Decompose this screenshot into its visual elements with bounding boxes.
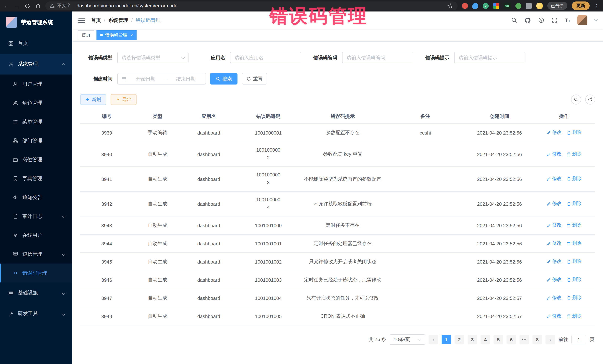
error-code-input[interactable] — [342, 52, 413, 63]
edit-link[interactable]: 修改 — [547, 130, 561, 136]
error-type-select-input[interactable] — [117, 52, 188, 63]
tab-close-icon[interactable]: × — [130, 33, 133, 37]
sidebar-item-users[interactable]: 用户管理 — [0, 75, 72, 93]
extension-grid-icon[interactable] — [493, 3, 499, 9]
sidebar-item-dicts[interactable]: 字典管理 — [0, 169, 72, 188]
hamburger-icon[interactable] — [78, 18, 85, 23]
edit-link[interactable]: 修改 — [547, 176, 561, 182]
tab-home[interactable]: 首页 — [78, 30, 94, 40]
error-msg-input[interactable] — [454, 52, 525, 63]
refresh-table-button[interactable] — [585, 95, 595, 105]
next-page-button[interactable]: › — [545, 335, 555, 344]
extension-on-badge-icon[interactable]: on — [503, 3, 511, 9]
breadcrumb-system[interactable]: 系统管理 — [108, 17, 128, 23]
edit-link[interactable]: 修改 — [547, 222, 561, 229]
edit-link[interactable]: 修改 — [547, 201, 561, 207]
sidebar: 芋道管理系统 首页 系统管理 用户管理 角色管理 — [0, 11, 72, 364]
error-type-select[interactable] — [117, 52, 188, 63]
breadcrumb-current: 错误码管理 — [136, 17, 161, 23]
sidebar-item-menus[interactable]: 菜单管理 — [0, 112, 72, 131]
delete-link[interactable]: 删除 — [567, 259, 581, 265]
page-button-5[interactable]: 5 — [494, 335, 503, 344]
edit-link[interactable]: 修改 — [547, 277, 561, 283]
page-button-3[interactable]: 3 — [468, 335, 477, 344]
breadcrumb-home[interactable]: 首页 — [91, 17, 101, 23]
sidebar-item-home[interactable]: 首页 — [0, 33, 72, 54]
delete-link[interactable]: 删除 — [567, 151, 581, 157]
show-search-button[interactable] — [571, 95, 581, 105]
page-size-select[interactable]: 10条/页 — [390, 334, 425, 345]
avatar-caret-icon[interactable] — [594, 18, 598, 21]
user-avatar[interactable] — [577, 15, 587, 25]
trash-icon — [567, 259, 571, 264]
reset-button[interactable]: 重置 — [242, 73, 267, 85]
sidebar-item-roles[interactable]: 角色管理 — [0, 93, 72, 112]
edit-link[interactable]: 修改 — [547, 313, 561, 319]
browser-menu-icon[interactable]: ⋮ — [594, 3, 599, 9]
sidebar-item-sms[interactable]: 短信管理 — [0, 245, 72, 264]
paused-badge[interactable]: 已暂停 — [547, 2, 567, 10]
delete-link[interactable]: 删除 — [567, 130, 581, 136]
vue-devtools-icon[interactable] — [483, 3, 488, 9]
reload-icon[interactable] — [24, 3, 30, 9]
extension-drop-icon[interactable] — [472, 3, 478, 9]
page-button-1[interactable]: 1 — [441, 335, 451, 344]
goto-page-input[interactable] — [571, 335, 586, 344]
back-icon[interactable]: ← — [4, 3, 10, 9]
delete-link[interactable]: 删除 — [567, 313, 581, 319]
prev-page-button[interactable]: ‹ — [429, 335, 438, 344]
help-icon[interactable] — [538, 17, 544, 23]
sidebar-item-departments[interactable]: 部门管理 — [0, 131, 72, 150]
sidebar-item-infrastructure[interactable]: 基础设施 — [0, 282, 72, 303]
add-button[interactable]: 新增 — [80, 94, 106, 105]
app-name-input[interactable] — [230, 52, 301, 63]
browser-update-button[interactable]: 更新 — [572, 1, 590, 10]
more-pages-button[interactable]: ··· — [520, 335, 529, 344]
delete-link[interactable]: 删除 — [567, 201, 581, 207]
export-button[interactable]: 导出 — [111, 94, 137, 105]
delete-link[interactable]: 删除 — [567, 240, 581, 247]
profile-avatar-icon[interactable] — [536, 2, 543, 9]
page-button-4[interactable]: 4 — [481, 335, 490, 344]
delete-link[interactable]: 删除 — [567, 277, 581, 283]
system-submenu: 用户管理 角色管理 菜单管理 部门管理 岗位管理 — [0, 75, 72, 282]
github-icon[interactable] — [524, 17, 531, 23]
page-button-8[interactable]: 8 — [533, 335, 542, 344]
sidebar-item-error-codes[interactable]: 错误码管理 — [0, 264, 72, 282]
page-button-2[interactable]: 2 — [454, 335, 464, 344]
table-row: 3944 自动生成 dashboard 1001001001 定时任务的处理器已… — [80, 235, 595, 253]
sidebar-item-online-users[interactable]: 在线用户 — [0, 226, 72, 245]
sidebar-item-system[interactable]: 系统管理 — [0, 54, 72, 75]
forward-icon[interactable]: → — [14, 3, 20, 9]
font-size-icon[interactable]: TT — [565, 17, 570, 23]
extensions-puzzle-icon[interactable] — [526, 3, 532, 9]
search-icon[interactable] — [511, 17, 517, 23]
edit-link[interactable]: 修改 — [547, 295, 561, 301]
total-count: 共 76 条 — [369, 336, 386, 343]
delete-link[interactable]: 删除 — [567, 222, 581, 229]
home-icon[interactable] — [35, 3, 41, 9]
chevron-down-icon — [62, 214, 66, 218]
sidebar-item-dev-tools[interactable]: 研发工具 — [0, 303, 72, 324]
delete-link[interactable]: 删除 — [567, 176, 581, 182]
edit-link[interactable]: 修改 — [547, 240, 561, 247]
delete-link[interactable]: 删除 — [567, 295, 581, 301]
tab-error-codes[interactable]: 错误码管理 × — [96, 30, 137, 40]
sidebar-item-audit-logs[interactable]: 审计日志 — [0, 207, 72, 226]
edit-link[interactable]: 修改 — [547, 151, 561, 157]
edit-link[interactable]: 修改 — [547, 259, 561, 265]
refresh-icon — [246, 76, 251, 81]
extension-leaf-icon[interactable] — [515, 3, 521, 9]
date-range-picker[interactable]: 开始日期 - 结束日期 — [117, 73, 206, 85]
fullscreen-icon[interactable] — [551, 17, 557, 23]
address-bar[interactable]: 不安全 dashboard.yudao.iocoder.cn/system/er… — [45, 1, 457, 10]
table-row: 3939 手动编辑 dashboard 1001000001 参数配置不存在 c… — [80, 124, 595, 142]
page-button-6[interactable]: 6 — [507, 335, 516, 344]
extension-red-icon[interactable] — [462, 3, 468, 9]
sidebar-item-notices[interactable]: 通知公告 — [0, 188, 72, 207]
table-row: 3942 自动生成 dashboard 1001000004 不允许获取敏感配置… — [80, 192, 595, 217]
bookmark-star-icon[interactable] — [447, 3, 453, 9]
tags-view-bar: 首页 错误码管理 × — [72, 29, 603, 42]
sidebar-item-positions[interactable]: 岗位管理 — [0, 150, 72, 169]
search-button[interactable]: 搜索 — [210, 73, 237, 85]
